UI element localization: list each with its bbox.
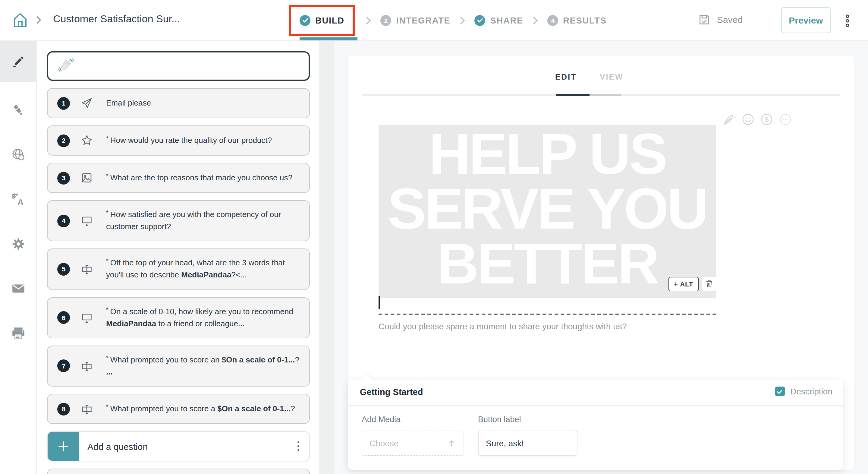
preview-button[interactable]: Preview	[781, 7, 831, 33]
question-number-badge: 6	[57, 311, 70, 324]
opinion-scale-icon	[81, 215, 93, 227]
sidebar-item-design[interactable]	[0, 96, 36, 123]
trash-icon	[705, 279, 714, 288]
add-question-menu-icon[interactable]	[296, 440, 301, 452]
more-icon[interactable]	[779, 113, 792, 126]
printer-icon	[10, 325, 26, 340]
sidebar-item-language[interactable]	[0, 141, 36, 168]
sidebar-item-settings[interactable]	[0, 230, 36, 257]
question-card[interactable]: 4 *How satisfied are you with the compet…	[47, 200, 310, 241]
question-text: *How satisfied are you with the competen…	[106, 209, 300, 233]
question-number-badge: 5	[57, 263, 70, 275]
step-number-badge: 4	[547, 15, 558, 26]
step-label: SHARE	[490, 16, 523, 25]
question-list-panel: 1 Email please 2 *How would you rate the…	[36, 40, 319, 474]
hero-text: HELP US SERVE YOU BETTER	[388, 126, 707, 291]
sidebar-item-translate[interactable]: a A	[0, 186, 36, 212]
svg-text:A: A	[17, 197, 23, 207]
opinion-scale-icon	[81, 312, 93, 324]
stepper: BUILD 2 INTEGRATE SHARE	[289, 0, 607, 40]
question-number-badge: 2	[57, 134, 70, 147]
question-number-badge: 8	[57, 403, 70, 415]
saved-label: Saved	[717, 14, 743, 25]
text-caret	[378, 296, 380, 309]
step-label: BUILD	[315, 16, 344, 25]
editor-area: EDIT VIEW	[319, 40, 868, 474]
welcome-description-text[interactable]: Could you please spare a moment to share…	[378, 321, 627, 331]
button-label-input[interactable]: Sure, ask!	[478, 431, 578, 456]
add-media-dropdown[interactable]: Choose	[362, 431, 464, 456]
question-card[interactable]: 3 *What are the top reasons that made yo…	[47, 163, 310, 193]
sidebar-item-email[interactable]	[0, 275, 36, 301]
gear-icon	[10, 236, 26, 251]
breadcrumb-chevron-icon	[34, 15, 43, 25]
text-input-icon	[81, 263, 93, 275]
question-number-badge: 7	[57, 360, 70, 373]
svg-text:$: $	[765, 116, 769, 123]
active-step-underline	[300, 37, 358, 40]
tool-sidebar: a A	[0, 40, 37, 474]
survey-builder-app: Customer Satisfaction Sur... BUILD 2 INT…	[0, 0, 868, 474]
question-card[interactable]: 8 *What prompted you to score a $On a sc…	[47, 394, 310, 424]
step-share[interactable]: SHARE	[474, 15, 523, 26]
more-options-icon[interactable]	[844, 14, 851, 28]
tab-view[interactable]: VIEW	[600, 72, 623, 81]
survey-title: Customer Satisfaction Sur...	[53, 13, 180, 25]
question-card[interactable]: 7 *What prompted you to score an $On a s…	[47, 346, 310, 387]
check-icon	[300, 15, 310, 26]
description-checkbox[interactable]	[775, 387, 785, 396]
step-number-badge: 2	[381, 15, 392, 26]
envelope-icon	[10, 281, 26, 296]
image-icon	[81, 172, 93, 184]
alt-text-button[interactable]: + ALT	[669, 277, 699, 291]
save-icon	[698, 13, 712, 27]
question-number-badge: 3	[57, 172, 70, 184]
home-icon[interactable]	[12, 12, 28, 28]
question-card[interactable]: 1 Email please	[47, 88, 310, 118]
ai-writer-icon[interactable]	[723, 113, 736, 126]
build-step-highlight-box: BUILD	[289, 4, 355, 36]
add-question-row[interactable]: Add a question	[47, 431, 310, 461]
getting-started-title: Getting Started	[360, 387, 423, 397]
pencil-icon	[11, 54, 25, 68]
add-question-plus-icon[interactable]	[48, 432, 79, 461]
step-results[interactable]: 4 RESULTS	[547, 15, 607, 26]
add-media-placeholder: Choose	[370, 438, 447, 448]
description-toggle: Description	[775, 387, 832, 396]
currency-icon[interactable]: $	[760, 113, 773, 126]
question-text: *What prompted you to score a $On a scal…	[106, 403, 295, 415]
emoji-icon[interactable]	[741, 113, 755, 126]
thank-you-card[interactable]: We really appreciate your time and feedb…	[47, 469, 310, 474]
step-build[interactable]: BUILD	[300, 15, 344, 26]
question-list: 1 Email please 2 *How would you rate the…	[36, 40, 319, 474]
upload-arrow-icon	[447, 438, 456, 448]
star-icon	[81, 135, 93, 147]
question-card[interactable]: 5 *Off the top of your head, what are th…	[47, 249, 310, 290]
sidebar-item-print[interactable]	[0, 320, 36, 346]
panel-scrollbar[interactable]	[319, 40, 334, 474]
sidebar-item-edit[interactable]	[0, 40, 36, 82]
step-integrate[interactable]: 2 INTEGRATE	[381, 15, 451, 26]
add-media-label: Add Media	[362, 415, 401, 424]
welcome-hero-image[interactable]: HELP US SERVE YOU BETTER	[378, 125, 716, 298]
save-status: Saved	[698, 13, 743, 27]
question-text: *What prompted you to score an $On a sca…	[106, 354, 299, 378]
check-icon	[474, 15, 485, 26]
question-card[interactable]: 2 *How would you rate the quality of our…	[47, 125, 310, 156]
step-chevron-icon	[364, 15, 373, 26]
step-chevron-icon	[531, 15, 539, 26]
question-card[interactable]: 6 *On a scale of 0-10, how likely are yo…	[47, 297, 310, 338]
tab-edit[interactable]: EDIT	[555, 72, 577, 81]
delete-image-button[interactable]	[702, 277, 716, 291]
editor-toolbar: $	[723, 113, 792, 126]
question-number-badge: 1	[57, 97, 70, 110]
welcome-card[interactable]	[47, 51, 310, 81]
top-bar: Customer Satisfaction Sur... BUILD 2 INT…	[0, 0, 868, 41]
question-number-badge: 4	[57, 214, 70, 227]
getting-started-panel: Getting Started Description Add Media Bu…	[348, 380, 843, 470]
question-text: *Off the top of your head, what are the …	[106, 257, 300, 282]
button-label-label: Button label	[478, 415, 521, 424]
step-label: INTEGRATE	[396, 16, 451, 25]
tab-underline	[362, 94, 840, 96]
globe-icon	[10, 147, 26, 162]
